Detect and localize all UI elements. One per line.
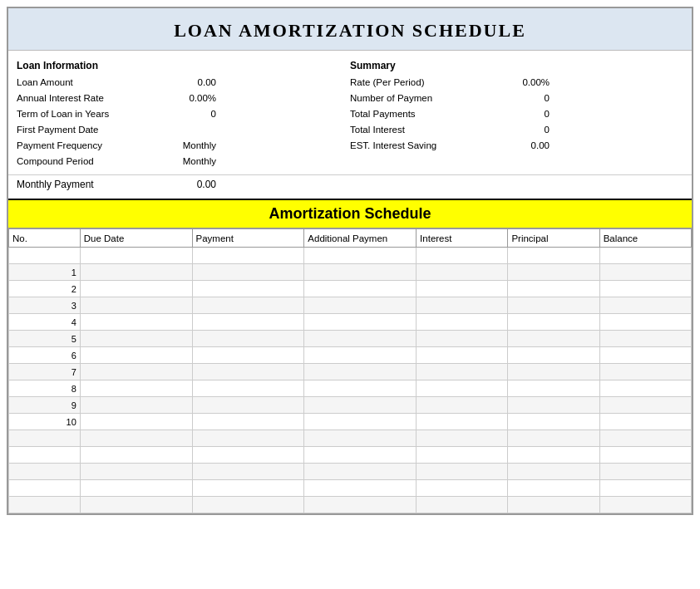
payment-freq-label: Payment Frequency: [17, 140, 150, 150]
payment-freq-value: Monthly: [150, 140, 216, 150]
cell-due-date: [80, 430, 192, 447]
cell-interest: [417, 397, 508, 414]
compound-period-row: Compound Period Monthly: [17, 154, 350, 169]
cell-no: 6: [9, 347, 81, 364]
header-additional: Additional Paymen: [304, 229, 417, 248]
cell-due-date: [80, 464, 192, 480]
cell-balance: [599, 331, 691, 347]
cell-principal: [508, 397, 599, 414]
cell-additional: [304, 297, 417, 314]
rate-per-period-label: Rate (Per Period): [350, 77, 483, 87]
cell-due-date: [80, 297, 192, 314]
cell-payment: [192, 480, 304, 497]
cell-interest: [417, 480, 508, 497]
amortization-title-bar: Amortization Schedule: [8, 200, 692, 228]
cell-due-date: [80, 397, 192, 414]
cell-principal: [508, 497, 599, 513]
cell-balance: [599, 314, 691, 331]
amortization-title: Amortization Schedule: [8, 205, 692, 223]
cell-principal: [508, 248, 599, 264]
cell-due-date: [80, 497, 192, 513]
cell-no: 2: [9, 281, 81, 297]
cell-due-date: [80, 414, 192, 430]
cell-additional: [304, 264, 417, 281]
cell-no: 3: [9, 297, 81, 314]
cell-no: [9, 430, 81, 447]
table-row: 8: [9, 380, 692, 397]
cell-payment: [192, 397, 304, 414]
loan-amount-value: 0.00: [150, 77, 216, 87]
table-row: 5: [9, 331, 692, 347]
cell-interest: [417, 430, 508, 447]
term-value: 0: [150, 109, 216, 119]
cell-no: 1: [9, 264, 81, 281]
cell-principal: [508, 364, 599, 380]
cell-additional: [304, 397, 417, 414]
cell-no: [9, 248, 81, 264]
loan-info-panel: Loan Information Loan Amount 0.00 Annual…: [17, 59, 350, 169]
cell-additional: [304, 430, 417, 447]
cell-principal: [508, 480, 599, 497]
cell-interest: [417, 447, 508, 464]
total-payments-label: Total Payments: [350, 109, 483, 119]
monthly-payment-label: Monthly Payment: [17, 179, 150, 190]
monthly-payment-value: 0.00: [150, 179, 216, 190]
cell-additional: [304, 314, 417, 331]
num-payments-label: Number of Paymen: [350, 93, 483, 103]
cell-due-date: [80, 480, 192, 497]
cell-no: 9: [9, 397, 81, 414]
cell-payment: [192, 248, 304, 264]
num-payments-row: Number of Paymen 0: [350, 91, 683, 106]
header-principal: Principal: [508, 229, 599, 248]
cell-due-date: [80, 364, 192, 380]
cell-due-date: [80, 380, 192, 397]
cell-due-date: [80, 447, 192, 464]
loan-info-title: Loan Information: [17, 60, 98, 71]
annual-rate-value: 0.00%: [150, 93, 216, 103]
cell-payment: [192, 430, 304, 447]
cell-balance: [599, 447, 691, 464]
cell-due-date: [80, 331, 192, 347]
cell-payment: [192, 497, 304, 513]
cell-payment: [192, 264, 304, 281]
main-title: LOAN AMORTIZATION SCHEDULE: [8, 20, 692, 42]
first-payment-label: First Payment Date: [17, 125, 150, 135]
cell-additional: [304, 497, 417, 513]
cell-additional: [304, 380, 417, 397]
cell-additional: [304, 281, 417, 297]
first-payment-row: First Payment Date: [17, 122, 350, 137]
table-row: 10: [9, 414, 692, 430]
cell-interest: [417, 314, 508, 331]
cell-balance: [599, 497, 691, 513]
cell-balance: [599, 397, 691, 414]
cell-no: [9, 480, 81, 497]
cell-balance: [599, 364, 691, 380]
cell-payment: [192, 331, 304, 347]
loan-info-title-row: Loan Information: [17, 59, 350, 74]
total-payments-row: Total Payments 0: [350, 106, 683, 121]
est-interest-value: 0.00: [483, 140, 550, 150]
cell-additional: [304, 248, 417, 264]
cell-payment: [192, 347, 304, 364]
table-row: 6: [9, 347, 692, 364]
header-balance: Balance: [599, 229, 691, 248]
cell-principal: [508, 314, 599, 331]
cell-principal: [508, 347, 599, 364]
header-no: No.: [9, 229, 81, 248]
table-row: [9, 464, 692, 480]
table-row: 7: [9, 364, 692, 380]
table-row: [9, 248, 692, 264]
monthly-payment-row: Monthly Payment 0.00: [17, 179, 683, 190]
cell-interest: [417, 347, 508, 364]
table-row: [9, 447, 692, 464]
rate-per-period-row: Rate (Per Period) 0.00%: [350, 75, 683, 90]
cell-additional: [304, 331, 417, 347]
table-row: 3: [9, 297, 692, 314]
cell-additional: [304, 464, 417, 480]
title-bar: LOAN AMORTIZATION SCHEDULE: [8, 8, 692, 51]
cell-principal: [508, 414, 599, 430]
cell-payment: [192, 297, 304, 314]
summary-title-row: Summary: [350, 59, 683, 74]
term-row: Term of Loan in Years 0: [17, 106, 350, 121]
cell-interest: [417, 264, 508, 281]
